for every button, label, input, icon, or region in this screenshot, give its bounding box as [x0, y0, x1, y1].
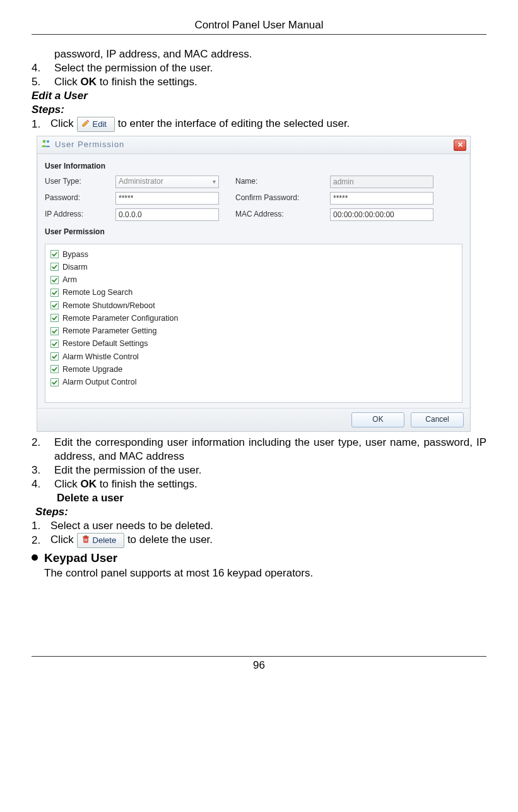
dialog-footer: OK Cancel: [37, 408, 470, 431]
name-field[interactable]: [330, 176, 433, 188]
confirm-password-label: Confirm Password:: [235, 193, 330, 203]
edit-step-4: 4. Click OK to finish the settings.: [32, 477, 486, 491]
user-information-label: User Information: [45, 159, 462, 176]
ip-address-label: IP Address:: [45, 210, 115, 220]
keypad-user-text: The control panel supports at most 16 ke…: [44, 566, 313, 580]
ok-button[interactable]: OK: [351, 412, 404, 427]
intro-continuation: password, IP address, and MAC address.: [32, 47, 486, 61]
user-type-select[interactable]: Administrator ▾: [115, 176, 219, 188]
svg-rect-4: [85, 535, 87, 537]
checkbox-icon: [50, 378, 59, 386]
perm-remote-shutdown-reboot[interactable]: Remote Shutdown/Reboot: [50, 299, 457, 312]
perm-arm[interactable]: Arm: [50, 273, 457, 286]
dialog-titlebar: User Permission ✕: [37, 136, 470, 154]
svg-point-0: [43, 140, 46, 143]
password-field[interactable]: [115, 192, 219, 205]
steps-label: Steps:: [32, 505, 486, 519]
checkbox-icon: [50, 327, 59, 335]
step-4: 4. Select the permission of the user.: [32, 61, 486, 75]
checkbox-icon: [50, 365, 59, 373]
checkbox-icon: [50, 289, 59, 297]
checkbox-icon: [50, 352, 59, 361]
checkbox-icon: [50, 250, 59, 258]
keypad-user-heading: Keypad User: [44, 551, 313, 566]
perm-alarm-output-control[interactable]: Alarm Output Control: [50, 376, 457, 388]
perm-bypass[interactable]: Bypass: [50, 248, 457, 261]
dialog-title: User Permission: [55, 140, 124, 150]
checkbox-icon: [50, 276, 59, 284]
edit-button[interactable]: Edit: [77, 117, 115, 132]
delete-step-2: 2. Click Delete to delete the user.: [32, 533, 486, 548]
checkbox-icon: [50, 340, 59, 348]
mac-address-field[interactable]: [330, 208, 433, 221]
chevron-down-icon: ▾: [213, 177, 216, 186]
page-footer: 96: [32, 656, 486, 672]
user-permission-label: User Permission: [45, 225, 462, 241]
perm-disarm[interactable]: Disarm: [50, 261, 457, 273]
perm-alarm-whistle-control[interactable]: Alarm Whistle Control: [50, 350, 457, 363]
edit-step-2: 2. Edit the corresponding user informati…: [32, 436, 486, 463]
checkbox-icon: [50, 263, 59, 271]
confirm-password-field[interactable]: [330, 192, 433, 205]
permission-list: Bypass Disarm Arm Remote Log Search Remo…: [45, 244, 462, 403]
steps-label: Steps:: [32, 103, 486, 117]
name-label: Name:: [235, 177, 330, 187]
delete-button[interactable]: Delete: [77, 533, 125, 548]
delete-user-heading: Delete a user: [32, 491, 486, 505]
checkbox-icon: [50, 301, 59, 309]
password-label: Password:: [45, 193, 115, 203]
people-icon: [41, 139, 51, 151]
mac-address-label: MAC Address:: [235, 210, 330, 220]
svg-point-1: [47, 140, 49, 143]
keypad-user-section: Keypad User The control panel supports a…: [32, 551, 486, 580]
edit-user-heading: Edit a User: [32, 89, 486, 103]
cancel-button[interactable]: Cancel: [411, 412, 464, 427]
user-permission-dialog: User Permission ✕ User Information User …: [37, 136, 471, 431]
close-icon[interactable]: ✕: [454, 140, 466, 151]
perm-remote-parameter-configuration[interactable]: Remote Parameter Configuration: [50, 312, 457, 325]
trash-icon: [81, 535, 90, 547]
pencil-icon: [81, 119, 90, 131]
edit-step-1: 1. Click Edit to enter the interface of …: [32, 117, 486, 132]
step-5: 5. Click OK to finish the settings.: [32, 75, 486, 89]
user-type-label: User Type:: [45, 177, 115, 187]
ip-address-field[interactable]: [115, 208, 219, 221]
perm-remote-parameter-getting[interactable]: Remote Parameter Getting: [50, 325, 457, 337]
perm-restore-default-settings[interactable]: Restore Default Settings: [50, 337, 457, 350]
perm-remote-upgrade[interactable]: Remote Upgrade: [50, 363, 457, 376]
checkbox-icon: [50, 314, 59, 322]
perm-remote-log-search[interactable]: Remote Log Search: [50, 286, 457, 299]
page-header: Control Panel User Manual: [32, 19, 486, 35]
bullet-icon: [32, 554, 38, 561]
edit-step-3: 3. Edit the permission of the user.: [32, 463, 486, 477]
delete-step-1: 1. Select a user needs to be deleted.: [32, 519, 486, 533]
